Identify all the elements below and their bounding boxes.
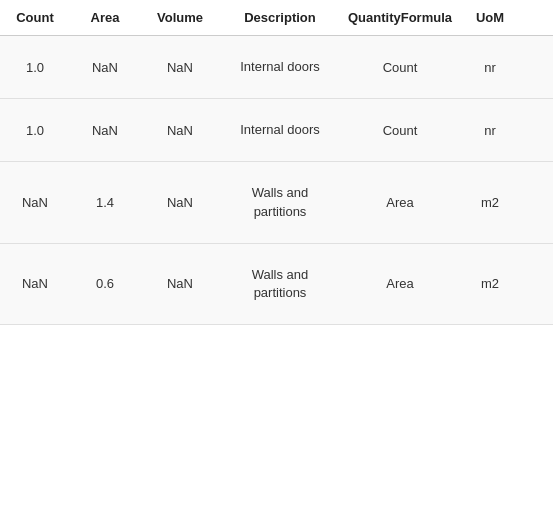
cell-volume-1: NaN [140,121,220,139]
cell-description-3: Walls and partitions [220,266,340,302]
cell-qty-formula-0: Count [340,58,460,76]
header-uom: UoM [460,10,520,25]
cell-uom-3: m2 [460,266,520,302]
cell-uom-1: nr [460,121,520,139]
header-description: Description [220,10,340,25]
cell-volume-0: NaN [140,58,220,76]
cell-volume-3: NaN [140,266,220,302]
table-header-row: Count Area Volume Description QuantityFo… [0,0,553,36]
cell-count-0: 1.0 [0,58,70,76]
cell-area-3: 0.6 [70,266,140,302]
cell-qty-formula-2: Area [340,184,460,220]
cell-count-1: 1.0 [0,121,70,139]
header-count: Count [0,10,70,25]
header-area: Area [70,10,140,25]
header-volume: Volume [140,10,220,25]
header-quantity-formula: QuantityFormula [340,10,460,25]
cell-area-0: NaN [70,58,140,76]
cell-qty-formula-3: Area [340,266,460,302]
table-row: 1.0 NaN NaN Internal doors Count nr [0,99,553,162]
cell-area-2: 1.4 [70,184,140,220]
cell-count-2: NaN [0,184,70,220]
cell-count-3: NaN [0,266,70,302]
cell-description-2: Walls and partitions [220,184,340,220]
cell-description-0: Internal doors [220,58,340,76]
data-table: Count Area Volume Description QuantityFo… [0,0,553,325]
table-row: 1.0 NaN NaN Internal doors Count nr [0,36,553,99]
cell-uom-0: nr [460,58,520,76]
cell-volume-2: NaN [140,184,220,220]
table-row: NaN 1.4 NaN Walls and partitions Area m2 [0,162,553,243]
cell-uom-2: m2 [460,184,520,220]
cell-description-1: Internal doors [220,121,340,139]
table-row: NaN 0.6 NaN Walls and partitions Area m2 [0,244,553,325]
cell-area-1: NaN [70,121,140,139]
cell-qty-formula-1: Count [340,121,460,139]
